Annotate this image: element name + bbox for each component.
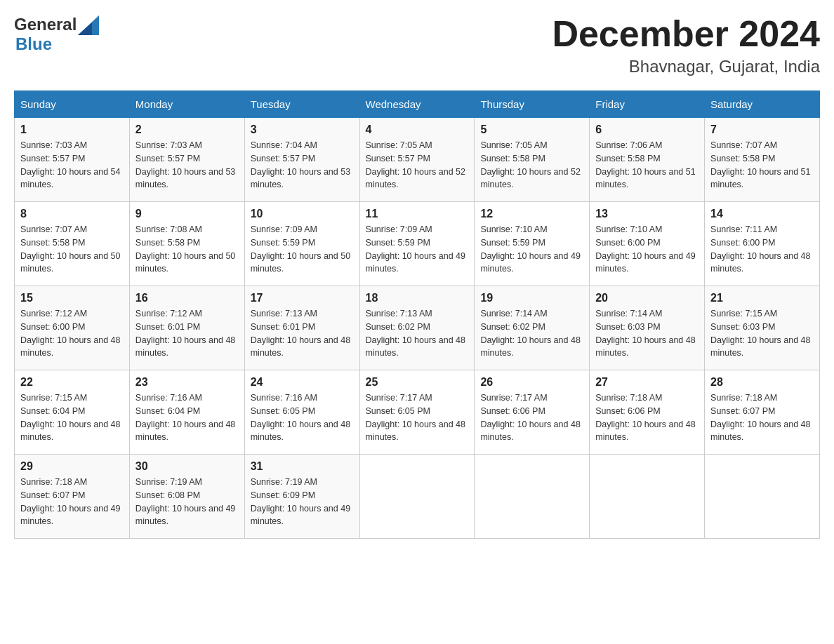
daylight-label: Daylight: 10 hours and 48 minutes.: [480, 335, 580, 358]
daylight-label: Daylight: 10 hours and 48 minutes.: [710, 251, 810, 274]
day-info: Sunrise: 7:10 AM Sunset: 5:59 PM Dayligh…: [480, 223, 583, 276]
day-number: 9: [135, 208, 239, 220]
table-row: 18 Sunrise: 7:13 AM Sunset: 6:02 PM Dayl…: [359, 286, 475, 370]
day-number: 16: [135, 292, 239, 304]
sunset-label: Sunset: 5:57 PM: [135, 154, 200, 163]
sunset-label: Sunset: 6:06 PM: [480, 406, 545, 416]
sunset-label: Sunset: 6:00 PM: [595, 238, 660, 248]
table-row: 31 Sunrise: 7:19 AM Sunset: 6:09 PM Dayl…: [244, 455, 359, 539]
sunset-label: Sunset: 5:59 PM: [366, 238, 430, 248]
logo: General Blue: [14, 14, 99, 53]
day-info: Sunrise: 7:03 AM Sunset: 5:57 PM Dayligh…: [20, 139, 124, 192]
daylight-label: Daylight: 10 hours and 48 minutes.: [20, 335, 120, 358]
day-number: 23: [135, 376, 239, 389]
day-info: Sunrise: 7:18 AM Sunset: 6:06 PM Dayligh…: [595, 391, 699, 444]
sunset-label: Sunset: 6:05 PM: [366, 406, 430, 416]
col-saturday: Saturday: [705, 91, 820, 118]
table-row: 17 Sunrise: 7:13 AM Sunset: 6:01 PM Dayl…: [244, 286, 359, 370]
daylight-label: Daylight: 10 hours and 48 minutes.: [595, 420, 695, 443]
day-number: 21: [710, 292, 814, 304]
sunrise-label: Sunrise: 7:07 AM: [20, 224, 87, 234]
sunrise-label: Sunrise: 7:08 AM: [135, 224, 202, 234]
table-row: [475, 455, 590, 539]
sunset-label: Sunset: 5:57 PM: [366, 154, 430, 163]
table-row: 28 Sunrise: 7:18 AM Sunset: 6:07 PM Dayl…: [705, 370, 820, 455]
sunset-label: Sunset: 6:01 PM: [135, 322, 200, 332]
sunrise-label: Sunrise: 7:10 AM: [595, 224, 662, 234]
daylight-label: Daylight: 10 hours and 48 minutes.: [480, 420, 580, 443]
day-number: 14: [710, 208, 814, 220]
sunset-label: Sunset: 6:00 PM: [20, 322, 85, 332]
daylight-label: Daylight: 10 hours and 49 minutes.: [366, 251, 465, 274]
day-number: 8: [20, 208, 124, 220]
day-number: 17: [251, 292, 354, 304]
table-row: 2 Sunrise: 7:03 AM Sunset: 5:57 PM Dayli…: [129, 118, 244, 202]
day-number: 22: [20, 376, 124, 389]
table-row: 16 Sunrise: 7:12 AM Sunset: 6:01 PM Dayl…: [129, 286, 244, 370]
daylight-label: Daylight: 10 hours and 48 minutes.: [710, 335, 810, 358]
sunrise-label: Sunrise: 7:18 AM: [710, 393, 777, 403]
page-header: General Blue December 2024 Bhavnagar, Gu…: [14, 14, 820, 76]
table-row: 5 Sunrise: 7:05 AM Sunset: 5:58 PM Dayli…: [475, 118, 590, 202]
day-number: 18: [366, 292, 469, 304]
daylight-label: Daylight: 10 hours and 49 minutes.: [595, 251, 695, 274]
table-row: 21 Sunrise: 7:15 AM Sunset: 6:03 PM Dayl…: [705, 286, 820, 370]
day-number: 4: [366, 123, 469, 136]
daylight-label: Daylight: 10 hours and 52 minutes.: [480, 167, 580, 190]
location-subtitle: Bhavnagar, Gujarat, India: [552, 57, 820, 76]
title-block: December 2024 Bhavnagar, Gujarat, India: [552, 14, 820, 76]
day-number: 11: [366, 208, 469, 220]
daylight-label: Daylight: 10 hours and 48 minutes.: [20, 420, 120, 443]
col-wednesday: Wednesday: [359, 91, 475, 118]
table-row: 25 Sunrise: 7:17 AM Sunset: 6:05 PM Dayl…: [359, 370, 475, 455]
sunrise-label: Sunrise: 7:04 AM: [251, 140, 317, 150]
day-info: Sunrise: 7:04 AM Sunset: 5:57 PM Dayligh…: [251, 139, 354, 192]
daylight-label: Daylight: 10 hours and 50 minutes.: [20, 251, 120, 274]
sunset-label: Sunset: 6:08 PM: [135, 490, 200, 500]
logo-blue-text: Blue: [15, 35, 99, 53]
day-info: Sunrise: 7:09 AM Sunset: 5:59 PM Dayligh…: [366, 223, 469, 276]
table-row: 19 Sunrise: 7:14 AM Sunset: 6:02 PM Dayl…: [475, 286, 590, 370]
day-number: 20: [595, 292, 699, 304]
logo-icon: [78, 15, 99, 35]
sunrise-label: Sunrise: 7:19 AM: [135, 477, 202, 487]
day-number: 26: [480, 376, 583, 389]
day-info: Sunrise: 7:17 AM Sunset: 6:06 PM Dayligh…: [480, 391, 583, 444]
sunrise-label: Sunrise: 7:18 AM: [20, 477, 87, 487]
col-thursday: Thursday: [475, 91, 590, 118]
sunset-label: Sunset: 5:57 PM: [20, 154, 85, 163]
table-row: 8 Sunrise: 7:07 AM Sunset: 5:58 PM Dayli…: [15, 202, 130, 286]
table-row: [705, 455, 820, 539]
day-info: Sunrise: 7:15 AM Sunset: 6:03 PM Dayligh…: [710, 307, 814, 360]
day-info: Sunrise: 7:14 AM Sunset: 6:02 PM Dayligh…: [480, 307, 583, 360]
day-info: Sunrise: 7:05 AM Sunset: 5:57 PM Dayligh…: [366, 139, 469, 192]
sunrise-label: Sunrise: 7:09 AM: [366, 224, 432, 234]
daylight-label: Daylight: 10 hours and 53 minutes.: [251, 167, 350, 190]
sunrise-label: Sunrise: 7:10 AM: [480, 224, 547, 234]
daylight-label: Daylight: 10 hours and 48 minutes.: [251, 335, 350, 358]
sunrise-label: Sunrise: 7:13 AM: [251, 309, 317, 318]
daylight-label: Daylight: 10 hours and 50 minutes.: [135, 251, 235, 274]
day-info: Sunrise: 7:19 AM Sunset: 6:08 PM Dayligh…: [135, 476, 239, 528]
day-info: Sunrise: 7:13 AM Sunset: 6:01 PM Dayligh…: [251, 307, 354, 360]
sunset-label: Sunset: 5:59 PM: [480, 238, 545, 248]
table-row: 6 Sunrise: 7:06 AM Sunset: 5:58 PM Dayli…: [590, 118, 705, 202]
table-row: [590, 455, 705, 539]
sunset-label: Sunset: 6:09 PM: [251, 490, 315, 500]
calendar-week-row: 1 Sunrise: 7:03 AM Sunset: 5:57 PM Dayli…: [15, 118, 820, 202]
day-info: Sunrise: 7:18 AM Sunset: 6:07 PM Dayligh…: [710, 391, 814, 444]
day-info: Sunrise: 7:03 AM Sunset: 5:57 PM Dayligh…: [135, 139, 239, 192]
sunset-label: Sunset: 5:58 PM: [480, 154, 545, 163]
sunrise-label: Sunrise: 7:09 AM: [251, 224, 317, 234]
day-info: Sunrise: 7:07 AM Sunset: 5:58 PM Dayligh…: [20, 223, 124, 276]
day-number: 27: [595, 376, 699, 389]
table-row: 10 Sunrise: 7:09 AM Sunset: 5:59 PM Dayl…: [244, 202, 359, 286]
day-info: Sunrise: 7:15 AM Sunset: 6:04 PM Dayligh…: [20, 391, 124, 444]
table-row: 12 Sunrise: 7:10 AM Sunset: 5:59 PM Dayl…: [475, 202, 590, 286]
calendar-week-row: 29 Sunrise: 7:18 AM Sunset: 6:07 PM Dayl…: [15, 455, 820, 539]
day-number: 3: [251, 123, 354, 136]
sunset-label: Sunset: 6:02 PM: [366, 322, 430, 332]
day-info: Sunrise: 7:09 AM Sunset: 5:59 PM Dayligh…: [251, 223, 354, 276]
table-row: 22 Sunrise: 7:15 AM Sunset: 6:04 PM Dayl…: [15, 370, 130, 455]
sunrise-label: Sunrise: 7:17 AM: [366, 393, 432, 403]
